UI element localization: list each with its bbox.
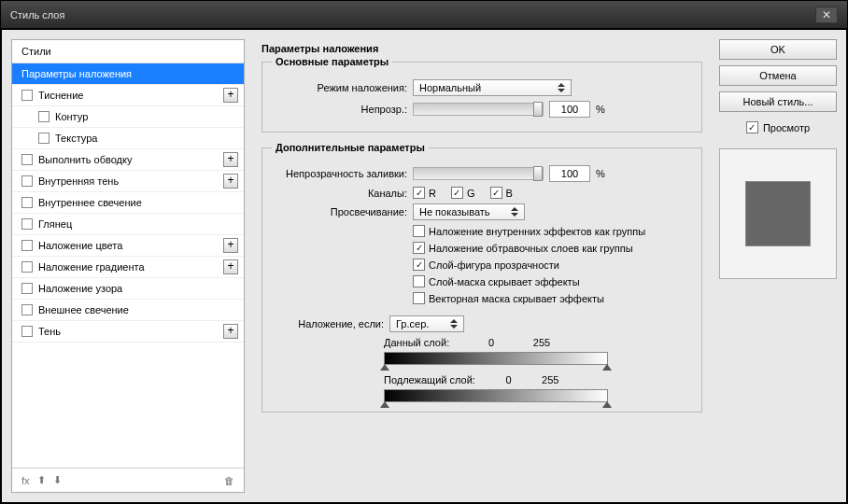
sidebar-item-label: Внешнее свечение xyxy=(38,304,129,315)
arrow-up-icon[interactable]: ⬆ xyxy=(37,474,46,486)
channel-g-checkbox[interactable] xyxy=(451,187,463,199)
knockout-select[interactable]: Не показывать xyxy=(413,203,525,220)
new-style-button[interactable]: Новый стиль... xyxy=(719,91,837,112)
sidebar-item-label: Глянец xyxy=(38,218,72,230)
sidebar-item-label: Тень xyxy=(38,326,61,337)
panel-title: Параметры наложения xyxy=(261,43,702,54)
right-buttons: OK Отмена Новый стиль... Просмотр xyxy=(719,39,837,493)
under-layer-gradient[interactable] xyxy=(384,389,608,402)
fx-icon[interactable]: fx xyxy=(21,475,30,486)
advanced-legend: Дополнительные параметры xyxy=(272,142,429,153)
dialog-content: Стили Параметры наложенияТиснение+Контур… xyxy=(1,29,847,503)
cancel-button[interactable]: Отмена xyxy=(719,65,837,86)
fill-opacity-label: Непрозрачность заливки: xyxy=(272,168,407,179)
cb-transparency-shape[interactable] xyxy=(413,259,425,271)
add-effect-button[interactable]: + xyxy=(223,174,238,189)
close-button[interactable]: ✕ xyxy=(815,7,838,23)
blend-mode-select[interactable]: Нормальный xyxy=(413,79,572,96)
sidebar-item-label: Наложение узора xyxy=(38,283,122,294)
channels-label: Каналы: xyxy=(272,188,407,199)
style-checkbox[interactable] xyxy=(21,175,33,187)
style-checkbox[interactable] xyxy=(21,283,33,294)
sidebar-item-label: Внутреннее свечение xyxy=(38,197,142,208)
opacity-value[interactable]: 100 xyxy=(549,101,590,118)
sidebar-item[interactable]: Внешнее свечение xyxy=(12,300,244,321)
preview-swatch xyxy=(745,181,811,246)
titlebar: Стиль слоя ✕ xyxy=(1,1,847,29)
fill-opacity-value[interactable]: 100 xyxy=(549,165,590,182)
basic-params-group: Основные параметры Режим наложения: Норм… xyxy=(261,56,702,133)
knockout-label: Просвечивание: xyxy=(272,206,407,217)
sidebar-item[interactable]: Наложение узора xyxy=(12,278,244,300)
sidebar-item[interactable]: Тень+ xyxy=(12,321,244,343)
add-effect-button[interactable]: + xyxy=(223,152,238,167)
trash-icon[interactable]: 🗑 xyxy=(224,475,234,486)
style-checkbox[interactable] xyxy=(38,111,49,122)
cb-layer-mask[interactable] xyxy=(413,275,425,287)
sidebar-item-label: Наложение цвета xyxy=(38,240,122,251)
preview-box xyxy=(719,148,837,279)
style-checkbox[interactable] xyxy=(21,197,33,208)
basic-legend: Основные параметры xyxy=(272,56,392,67)
sidebar-footer: fx ⬆ ⬇ 🗑 xyxy=(12,468,244,492)
cb-inner-effects[interactable] xyxy=(413,225,425,237)
style-checkbox[interactable] xyxy=(21,240,33,251)
sidebar-item[interactable]: Внутренняя тень+ xyxy=(12,171,244,192)
style-checkbox[interactable] xyxy=(21,90,33,101)
layer-style-dialog: Стиль слоя ✕ Стили Параметры наложенияТи… xyxy=(0,0,848,504)
sidebar-item[interactable]: Глянец xyxy=(12,214,244,235)
style-checkbox[interactable] xyxy=(38,133,49,144)
sidebar-item[interactable]: Выполнить обводку+ xyxy=(12,149,244,171)
opacity-label: Непрозр.: xyxy=(272,104,407,115)
fill-opacity-unit: % xyxy=(596,168,605,179)
under-layer-label: Подлежащий слой: xyxy=(384,374,475,385)
sidebar-item[interactable]: Наложение градиента+ xyxy=(12,257,244,278)
preview-label: Просмотр xyxy=(763,122,810,133)
blend-if-label: Наложение, если: xyxy=(272,318,384,329)
sidebar-item[interactable]: Контур xyxy=(12,106,244,128)
sidebar-item[interactable]: Наложение цвета+ xyxy=(12,235,244,257)
add-effect-button[interactable]: + xyxy=(223,238,238,253)
window-title: Стиль слоя xyxy=(10,9,64,21)
opacity-unit: % xyxy=(596,104,605,115)
sidebar-item-label: Тиснение xyxy=(38,90,83,101)
this-layer-label: Данный слой: xyxy=(384,337,449,348)
blend-mode-label: Режим наложения: xyxy=(272,82,407,93)
sidebar-item[interactable]: Параметры наложения xyxy=(12,63,244,85)
style-checkbox[interactable] xyxy=(21,218,33,230)
cb-clip-layers[interactable] xyxy=(413,242,425,254)
sidebar-item[interactable]: Тиснение+ xyxy=(12,85,244,106)
sidebar-item-label: Параметры наложения xyxy=(21,68,132,79)
channel-r-checkbox[interactable] xyxy=(413,187,425,199)
style-checkbox[interactable] xyxy=(21,304,33,315)
channel-b-checkbox[interactable] xyxy=(490,187,502,199)
style-checkbox[interactable] xyxy=(21,261,33,273)
sidebar-list: Параметры наложенияТиснение+КонтурТексту… xyxy=(12,63,244,468)
this-layer-gradient[interactable] xyxy=(384,352,608,365)
add-effect-button[interactable]: + xyxy=(223,259,238,274)
style-checkbox[interactable] xyxy=(21,326,33,337)
opacity-slider[interactable] xyxy=(413,103,544,116)
sidebar-item[interactable]: Внутреннее свечение xyxy=(12,192,244,214)
fill-opacity-slider[interactable] xyxy=(413,167,544,180)
sidebar-header: Стили xyxy=(12,40,244,63)
style-checkbox[interactable] xyxy=(21,154,33,165)
sidebar-item-label: Наложение градиента xyxy=(38,261,145,273)
add-effect-button[interactable]: + xyxy=(223,324,238,339)
ok-button[interactable]: OK xyxy=(719,39,837,60)
sidebar-item-label: Контур xyxy=(55,111,88,122)
add-effect-button[interactable]: + xyxy=(223,88,238,103)
styles-sidebar: Стили Параметры наложенияТиснение+Контур… xyxy=(11,39,245,493)
sidebar-item[interactable]: Текстура xyxy=(12,128,244,149)
arrow-down-icon[interactable]: ⬇ xyxy=(53,474,62,486)
sidebar-item-label: Выполнить обводку xyxy=(38,154,132,165)
preview-checkbox[interactable] xyxy=(746,121,758,133)
sidebar-item-label: Текстура xyxy=(55,133,97,144)
settings-panel: Параметры наложения Основные параметры Р… xyxy=(252,39,712,493)
advanced-params-group: Дополнительные параметры Непрозрачность … xyxy=(261,142,702,413)
sidebar-item-label: Внутренняя тень xyxy=(38,175,119,187)
blend-if-select[interactable]: Гр.сер. xyxy=(389,315,464,332)
cb-vector-mask[interactable] xyxy=(413,292,425,304)
